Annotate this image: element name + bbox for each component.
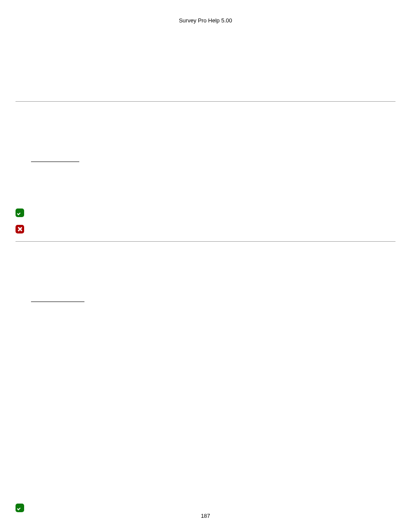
icon-row-check-2 [16,504,395,512]
icon-row-cross [16,225,395,233]
spacer [16,242,395,298]
section-heading-underline-2 [16,298,395,305]
cross-icon [16,225,24,233]
spacer [16,102,395,158]
checkmark-icon [16,504,24,512]
checkmark-icon [16,208,24,217]
spacer [16,165,395,208]
spacer [16,305,395,504]
page-number: 187 [0,513,411,519]
document-page: Survey Pro Help 5.00 187 [0,0,411,532]
section-heading-underline-1 [16,158,395,165]
icon-row-check-1 [16,208,395,217]
page-header-title: Survey Pro Help 5.00 [16,17,395,24]
